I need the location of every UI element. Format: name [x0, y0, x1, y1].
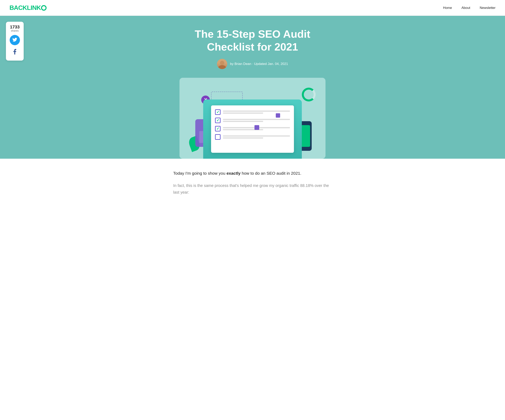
author-row: by Brian Dean · Updated Jan. 04, 2021	[172, 59, 333, 69]
avatar-image	[217, 59, 227, 69]
line-4a	[223, 135, 290, 137]
nav-links: Home About Newsletter	[443, 6, 496, 10]
share-count: 1733	[8, 25, 21, 29]
intro-bold: exactly	[227, 171, 240, 175]
navigation: BACKLINK Home About Newsletter	[0, 0, 505, 16]
intro-paragraph: Today I'm going to show you exactly how …	[173, 170, 332, 177]
share-widget: 1733 shares	[6, 22, 24, 61]
nav-link-home[interactable]: Home	[443, 6, 452, 10]
nav-item-home[interactable]: Home	[443, 6, 452, 10]
nav-item-about[interactable]: About	[461, 6, 470, 10]
donut-chart-icon	[302, 88, 316, 102]
line-4b	[223, 137, 263, 139]
hero-section: 1733 shares The 15-Step SEO Audit Checkl…	[0, 16, 505, 159]
hero-inner: The 15-Step SEO Audit Checklist for 2021…	[164, 28, 341, 159]
checkbox-4	[215, 134, 221, 140]
intro-suffix: how to do an SEO audit in 2021.	[240, 171, 301, 175]
line-2b	[223, 121, 263, 122]
nav-link-newsletter[interactable]: Newsletter	[480, 6, 496, 10]
line-1b	[223, 113, 263, 114]
share-label: shares	[8, 29, 21, 32]
logo-o-icon	[41, 5, 47, 11]
checkmark-icon-1: ✓	[216, 110, 219, 114]
laptop-icon: ✓ ✓	[203, 100, 302, 159]
checklist-item-2: ✓	[215, 118, 290, 123]
line-2a	[223, 119, 290, 120]
line-1a	[223, 110, 290, 112]
checklist-lines-1	[223, 110, 290, 114]
checkbox-1: ✓	[215, 109, 221, 115]
checklist-item-4	[215, 134, 290, 140]
facebook-share-button[interactable]	[10, 47, 20, 57]
hero-illustration: ✕ ✓	[179, 78, 326, 159]
small-square-2	[276, 113, 280, 118]
below-hero: Today I'm going to show you exactly how …	[0, 159, 505, 207]
logo[interactable]: BACKLINK	[9, 4, 47, 12]
intro-prefix: Today I'm going to show you	[173, 171, 227, 175]
checkbox-2: ✓	[215, 118, 221, 123]
facebook-icon	[13, 49, 17, 56]
checkmark-icon-3: ✓	[216, 127, 219, 131]
secondary-paragraph: In fact, this is the same process that's…	[173, 182, 332, 196]
checklist-item-3: ✓	[215, 126, 290, 131]
author-text: by Brian Dean · Updated Jan. 04, 2021	[230, 62, 288, 66]
checklist-art: ✕ ✓	[183, 84, 322, 159]
twitter-share-button[interactable]	[10, 35, 20, 45]
small-square-1	[254, 125, 259, 130]
hero-title: The 15-Step SEO Audit Checklist for 2021	[172, 28, 333, 53]
twitter-icon	[13, 37, 17, 43]
avatar	[217, 59, 227, 69]
checklist-lines-4	[223, 135, 290, 139]
content-section: Today I'm going to show you exactly how …	[164, 159, 341, 207]
nav-link-about[interactable]: About	[461, 6, 470, 10]
checkmark-icon-2: ✓	[216, 118, 219, 123]
checkbox-3: ✓	[215, 126, 221, 131]
checklist-lines-2	[223, 119, 290, 122]
nav-item-newsletter[interactable]: Newsletter	[480, 6, 496, 10]
logo-text: BACKLINK	[9, 4, 47, 11]
laptop-screen: ✓ ✓	[211, 105, 294, 153]
